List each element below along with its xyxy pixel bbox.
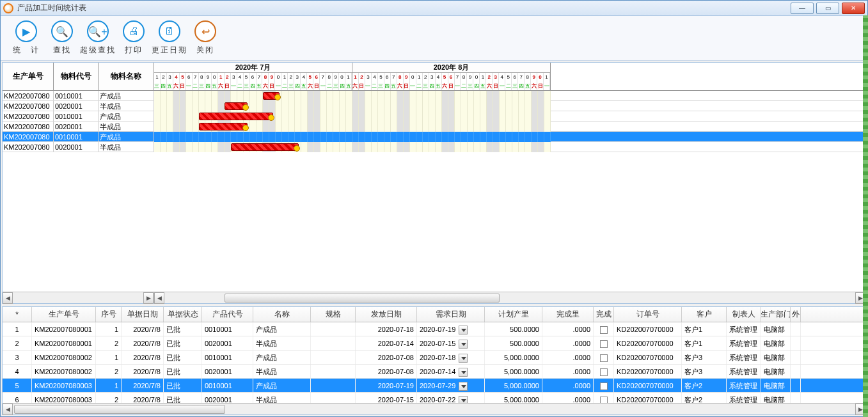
gantt-col-header[interactable]: 物料名称 [99,63,154,90]
done-checkbox[interactable] [600,340,608,348]
done-checkbox[interactable] [600,354,608,362]
grid-row[interactable]: 3KM20200708000212020/7/8已批0010001产成品2020… [3,350,865,365]
done-checkbox[interactable] [600,397,608,403]
grid-row[interactable]: 4KM20200708000222020/7/8已批0020001半成品2020… [3,365,865,379]
gantt-cell-name: 半成品 [99,101,154,111]
grid-body[interactable]: 1KM20200708000112020/7/8已批0010001产成品2020… [3,322,865,403]
grid-col-spec[interactable]: 规格 [311,307,356,322]
gantt-bar[interactable] [263,92,280,100]
grid-col-plan[interactable]: 计划产里 [485,307,542,322]
grid-col-rownum[interactable]: * [3,307,32,322]
scroll-thumb[interactable] [225,294,500,303]
grid-col-maker[interactable]: 制表人 [727,307,761,322]
timeline-cell [429,91,436,101]
maximize-button[interactable]: ▭ [816,3,839,14]
timeline-cell [365,142,372,152]
gantt-bar[interactable] [225,102,248,110]
grid-col-release[interactable]: 发放日期 [356,307,417,322]
gantt-bar[interactable] [199,123,248,130]
super-find-button[interactable]: 🔍+超级查找 [80,20,116,56]
timeline-cell [391,122,397,132]
day-of-week: 三 [378,82,384,90]
gantt-row[interactable]: KM2020070800020001半成品 [3,101,865,111]
grid-col-docdate[interactable]: 单据日期 [122,307,164,322]
day-number: 2 [225,73,231,82]
gantt-bar[interactable] [231,143,299,151]
grid-col-name[interactable]: 名称 [253,307,311,322]
timeline-cell [282,111,288,122]
gantt-left-hscroll[interactable]: ◀ ▶ [3,292,154,303]
done-checkbox[interactable] [600,382,608,390]
grid-col-status[interactable]: 单据状态 [164,307,202,322]
stat-button[interactable]: ▶统 计 [8,20,44,56]
date-dropdown-icon[interactable] [459,382,468,391]
grid-col-customer[interactable]: 客户 [682,307,727,322]
grid-col-seq[interactable]: 序号 [96,307,122,322]
timeline-cell [506,101,512,111]
super-find-button-icon: 🔍+ [87,20,109,42]
date-dropdown-icon[interactable] [459,368,468,377]
correct-date-button[interactable]: 🗓更正日期 [152,20,187,56]
timeline-cell [397,122,404,132]
grid-col-done[interactable]: 完成里 [542,307,594,322]
grid-col-dept[interactable]: 生产部门 [761,307,791,322]
print-button[interactable]: 🖨打印 [116,20,152,56]
grid-col-order[interactable]: 生产单号 [32,307,96,322]
gantt-row[interactable]: KM2020070800010001产成品 [3,91,865,101]
gantt-row[interactable]: KM2020070800010001产成品 [3,111,865,122]
gantt-bar[interactable] [199,113,273,120]
close-button[interactable]: ↩关闭 [187,20,223,56]
day-of-week: 四 [339,82,345,90]
find-button[interactable]: 🔍查找 [44,20,80,56]
scroll-thumb[interactable] [14,405,225,414]
grid-row[interactable]: 6KM20200708000322020/7/8已批0020001半成品2020… [3,393,865,403]
gantt-row[interactable]: KM2020070800010001产成品 [3,132,865,142]
day-of-week: 一 [365,82,372,90]
grid-cell-dept: 电脑部 [761,365,791,378]
timeline-cell [525,101,532,111]
grid-col-ok[interactable]: 完成 [594,307,614,322]
minimize-button[interactable]: — [791,3,814,14]
scroll-left-icon[interactable]: ◀ [3,404,13,415]
timeline-cell [493,142,500,152]
grid-cell-order: KM202007080001 [32,336,96,350]
done-checkbox[interactable] [600,326,608,334]
timeline-cell [320,111,327,122]
grid-col-product[interactable]: 产品代号 [202,307,253,322]
window-close-button[interactable]: ✕ [842,3,865,14]
grid-row[interactable]: 2KM20200708000122020/7/8已批0020001半成品2020… [3,336,865,350]
timeline-cell [512,101,519,111]
day-number: 4 [436,73,442,82]
timeline-cell [288,111,295,122]
timeline-cell [474,142,480,152]
timeline-cell [487,142,493,152]
grid-cell-order: KM202007080003 [32,379,96,392]
grid-hscroll[interactable]: ◀ ▶ [3,403,865,414]
gantt-row[interactable]: KM2020070800020001半成品 [3,142,865,152]
gantt-col-header[interactable]: 生产单号 [3,63,54,90]
done-checkbox[interactable] [600,368,608,376]
timeline-cell [480,132,487,142]
scroll-left-icon[interactable]: ◀ [154,292,164,304]
timeline-cell [263,132,269,142]
grid-col-need[interactable]: 需求日期 [417,307,485,322]
timeline-cell [352,101,359,111]
timeline-cell [480,111,487,122]
gantt-row[interactable]: KM2020070800020001半成品 [3,122,865,132]
grid-col-ext[interactable]: 外 [791,307,801,322]
gantt-right-hscroll[interactable]: ◀ ▶ [154,292,865,303]
gantt-col-header[interactable]: 物料代号 [54,63,99,90]
timeline-cell [442,142,448,152]
date-dropdown-icon[interactable] [459,340,468,349]
grid-row[interactable]: 5KM20200708000312020/7/8已批0010001产成品2020… [3,379,865,393]
date-dropdown-icon[interactable] [459,326,468,334]
scroll-left-icon[interactable]: ◀ [3,292,13,304]
timeline-cell [320,91,327,101]
grid-col-salesorder[interactable]: 订单号 [614,307,682,322]
grid-row[interactable]: 1KM20200708000112020/7/8已批0010001产成品2020… [3,322,865,336]
scroll-right-icon[interactable]: ▶ [143,292,154,304]
gantt-body[interactable]: KM2020070800010001产成品KM2020070800020001半… [3,91,865,292]
timeline-cell [512,132,519,142]
date-dropdown-icon[interactable] [459,354,468,363]
date-dropdown-icon[interactable] [459,396,468,403]
